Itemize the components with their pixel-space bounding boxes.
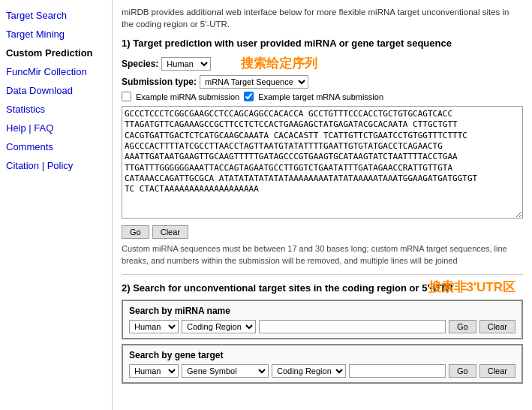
sidebar-item-comments[interactable]: Comments bbox=[0, 137, 112, 156]
go-button-gene[interactable]: Go bbox=[449, 364, 476, 378]
checkbox-mirna[interactable] bbox=[122, 92, 131, 101]
submission-row: Submission type: mRNA Target SequencemiR… bbox=[122, 75, 523, 89]
annotation1-text: 搜索给定序列 bbox=[241, 55, 317, 72]
clear-button-mirna[interactable]: Clear bbox=[479, 320, 515, 333]
species-label: Species: bbox=[122, 59, 158, 69]
mirna-species-select[interactable]: HumanMouseRatDogChicken bbox=[129, 320, 179, 333]
submission-label: Submission type: bbox=[122, 77, 197, 87]
sidebar-item-target-mining[interactable]: Target Mining bbox=[0, 25, 112, 44]
species-select[interactable]: HumanMouseRatDogChicken bbox=[161, 57, 211, 71]
gene-region-select[interactable]: Coding Region5'-UTR bbox=[272, 364, 346, 378]
gene-search-input[interactable] bbox=[349, 364, 446, 378]
species-row: Species: HumanMouseRatDogChicken 搜索给定序列 bbox=[122, 55, 523, 72]
sidebar-item-citation-policy[interactable]: Citation | Policy bbox=[0, 156, 112, 175]
section1-title: 1) Target prediction with user provided … bbox=[122, 38, 523, 49]
go-button-1[interactable]: Go bbox=[122, 225, 149, 239]
search-gene-title: Search by gene target bbox=[129, 350, 515, 360]
sidebar-nav: Target SearchTarget MiningCustom Predict… bbox=[0, 6, 112, 175]
submission-select[interactable]: mRNA Target SequencemiRNA Sequence bbox=[200, 75, 308, 89]
section1-buttons: Go Clear bbox=[122, 225, 523, 239]
annotation2-text: 搜索非3'UTR区 bbox=[428, 279, 515, 296]
gene-type-select[interactable]: Gene SymbolEntrez Gene IDRefSeq Accessio… bbox=[182, 364, 269, 378]
sidebar-item-target-search[interactable]: Target Search bbox=[0, 6, 112, 25]
sidebar-item-help-faq[interactable]: Help | FAQ bbox=[0, 119, 112, 137]
search-mirna-box: Search by miRNA name HumanMouseRatDogChi… bbox=[122, 300, 523, 339]
checkbox-mirna-label: Example miRNA submission bbox=[136, 92, 239, 101]
search-gene-box: Search by gene target HumanMouseRatDogCh… bbox=[122, 344, 523, 384]
sequence-textarea[interactable] bbox=[122, 106, 523, 219]
checkbox-mrna-label: Example target mRNA submission bbox=[258, 92, 383, 101]
clear-button-gene[interactable]: Clear bbox=[479, 364, 515, 378]
main-content: miRDB provides additional web interface … bbox=[113, 0, 532, 394]
sidebar-item-data-download[interactable]: Data Download bbox=[0, 81, 112, 100]
sidebar: Target SearchTarget MiningCustom Predict… bbox=[0, 0, 113, 410]
sidebar-item-custom-prediction[interactable]: Custom Prediction bbox=[0, 44, 112, 62]
search-mirna-title: Search by miRNA name bbox=[129, 306, 515, 316]
section1-note: Custom miRNA sequences must be between 1… bbox=[122, 243, 523, 267]
mirna-search-input[interactable] bbox=[259, 320, 446, 333]
clear-button-1[interactable]: Clear bbox=[152, 225, 188, 239]
section1: 1) Target prediction with user provided … bbox=[122, 38, 523, 267]
go-button-mirna[interactable]: Go bbox=[449, 320, 476, 333]
intro-text: miRDB provides additional web interface … bbox=[122, 6, 523, 30]
sidebar-item-funcmir-collection[interactable]: FuncMir Collection bbox=[0, 62, 112, 81]
section2: 搜索非3'UTR区 2) Search for unconventional t… bbox=[122, 282, 523, 384]
checkbox-mrna[interactable] bbox=[244, 92, 254, 101]
search-gene-row: HumanMouseRatDogChicken Gene SymbolEntre… bbox=[129, 364, 515, 378]
search-mirna-row: HumanMouseRatDogChicken Coding Region5'-… bbox=[129, 320, 515, 333]
checkbox-row: Example miRNA submission Example target … bbox=[122, 92, 523, 101]
sidebar-item-statistics[interactable]: Statistics bbox=[0, 100, 112, 119]
gene-species-select[interactable]: HumanMouseRatDogChicken bbox=[129, 364, 179, 378]
mirna-region-select[interactable]: Coding Region5'-UTR bbox=[182, 320, 256, 333]
section-divider bbox=[122, 274, 523, 275]
